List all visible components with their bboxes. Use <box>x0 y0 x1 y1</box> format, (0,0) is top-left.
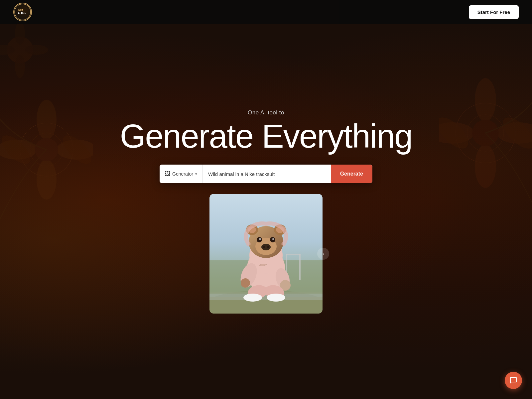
svg-point-52 <box>267 246 269 248</box>
svg-text:AI.Pro: AI.Pro <box>18 12 26 15</box>
chat-button[interactable] <box>505 372 522 389</box>
hero-subtitle: One AI tool to <box>248 109 284 116</box>
logo-circle: DoIt AI.Pro <box>13 3 32 21</box>
svg-point-55 <box>259 238 261 240</box>
start-free-button[interactable]: Start For Free <box>469 5 519 19</box>
carousel-next-arrow[interactable]: › <box>317 248 329 260</box>
hero-section: One AI tool to Generate Everything 🖼 Gen… <box>0 0 532 399</box>
svg-point-39 <box>241 278 250 288</box>
hero-title: Generate Everything <box>120 119 412 153</box>
bear-image-svg <box>209 194 323 314</box>
chevron-down-icon: ▾ <box>195 172 197 176</box>
result-image <box>209 194 323 314</box>
svg-point-56 <box>272 238 274 240</box>
svg-text:DoIt: DoIt <box>18 8 23 11</box>
chat-icon <box>509 376 517 384</box>
generate-button[interactable]: Generate <box>331 165 372 183</box>
svg-point-51 <box>263 246 265 248</box>
svg-point-43 <box>267 294 285 302</box>
svg-point-50 <box>261 244 271 250</box>
logo[interactable]: DoIt AI.Pro <box>13 3 32 21</box>
navbar: DoIt AI.Pro Start For Free <box>0 0 532 24</box>
search-bar: 🖼 Generator ▾ Generate <box>160 165 372 183</box>
svg-rect-33 <box>286 254 301 255</box>
result-container: › <box>209 194 323 314</box>
generator-icon: 🖼 <box>165 171 170 177</box>
arrow-right-icon: › <box>323 251 324 256</box>
generator-label: Generator <box>172 171 193 177</box>
generator-dropdown[interactable]: 🖼 Generator ▾ <box>160 165 203 183</box>
prompt-input[interactable] <box>203 165 331 183</box>
svg-rect-32 <box>299 254 301 280</box>
hero-content: One AI tool to Generate Everything 🖼 Gen… <box>0 109 532 314</box>
logo-svg: DoIt AI.Pro <box>14 3 31 21</box>
svg-point-42 <box>243 294 262 302</box>
